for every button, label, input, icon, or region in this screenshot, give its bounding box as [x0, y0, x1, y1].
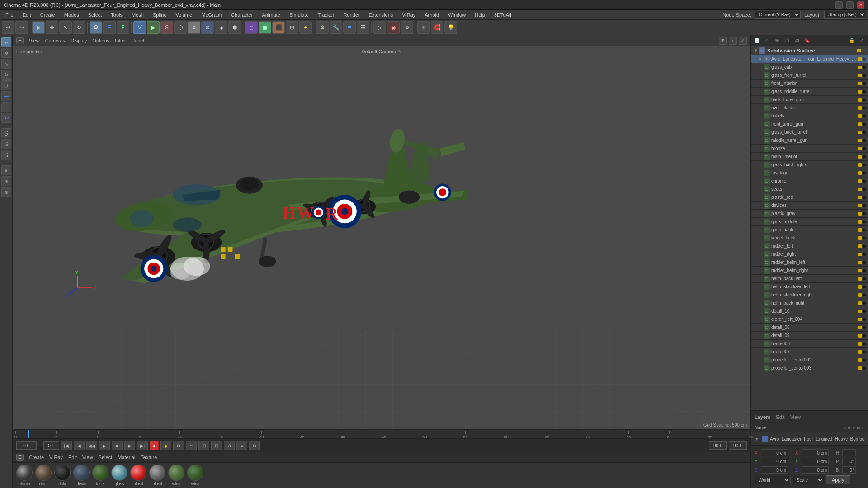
viewport-menu-view[interactable]: View [29, 38, 40, 43]
tree-dot-yellow-2[interactable] [858, 82, 862, 85]
texture-tool[interactable]: S [1, 128, 11, 138]
tree-item-glass-back-turrel[interactable]: ▢ glass_back_turrel [751, 128, 868, 136]
node-space-select[interactable]: Current (V-Ray) [755, 11, 801, 19]
layers-tab-view[interactable]: View [790, 414, 801, 420]
tree-item-propeller-center003[interactable]: ▢ propeller_center003 [751, 364, 868, 372]
live-select-button[interactable]: ▶ [32, 21, 45, 34]
viewport-nav-btn-2[interactable]: ↕ [729, 37, 737, 45]
close-button[interactable]: ✕ [857, 1, 864, 9]
render-preview-button[interactable]: ▷ [373, 21, 386, 34]
viewport-menu-filter[interactable]: Filter [115, 38, 126, 43]
tree-dot-circle-11[interactable] [863, 155, 866, 159]
render-button[interactable]: ◉ [387, 21, 400, 34]
rotate-tool-button[interactable]: ↻ [73, 21, 85, 34]
tree-dot-circle-2[interactable] [863, 82, 866, 85]
group-tool[interactable]: ⊞ [1, 176, 11, 186]
timeline-extra-1[interactable]: ⊞ [198, 441, 209, 450]
tree-dot-circle-8[interactable] [863, 131, 866, 134]
tree-dot-circle-23[interactable] [863, 253, 866, 256]
material-fusel[interactable]: fusel [92, 465, 108, 486]
h-input[interactable] [842, 449, 856, 456]
tree-item-plastic-red[interactable]: ▢ plastic_red [751, 193, 868, 202]
tree-dot-circle-26[interactable] [863, 277, 866, 281]
timeline-extra-5[interactable]: ⊕ [249, 441, 260, 450]
tree-dot-circle-35[interactable] [863, 350, 866, 354]
tree-dot-yellow-7[interactable] [858, 122, 862, 126]
tree-dot-circle-12[interactable] [863, 163, 866, 167]
menu-render[interactable]: Render [340, 11, 363, 19]
timeline-extra-4[interactable]: ≡ [236, 441, 247, 450]
tree-item-middle-turrel-gun[interactable]: ▢ middle_turrel_gun [751, 136, 868, 145]
tree-dot-circle-31[interactable] [863, 318, 866, 321]
tree-dot-circle-3[interactable] [863, 90, 866, 94]
mat-menu-view[interactable]: View [82, 455, 93, 460]
tree-item-guns-back[interactable]: ▢ guns_back [751, 226, 868, 234]
tree-dot-yellow-14[interactable] [858, 179, 862, 183]
material-chrom[interactable]: chrom [16, 465, 33, 486]
layers-row-aircraft[interactable]: ▼ Avro_Lancaster_Four_Engined_Heavy_Bomb… [755, 434, 864, 443]
tree-dot-yellow-17[interactable] [858, 204, 862, 207]
tree-dot-circle-1[interactable] [863, 74, 866, 77]
polygon-tool[interactable]: ⬡ [1, 80, 11, 90]
tree-dot-circle-22[interactable] [863, 244, 866, 248]
vray-icon-5[interactable]: ≡ [188, 21, 200, 34]
menu-tools[interactable]: Tools [107, 11, 126, 19]
menu-vray[interactable]: V-Ray [398, 11, 419, 19]
tree-dot-yellow-23[interactable] [858, 253, 862, 256]
menu-volume[interactable]: Volume [172, 11, 196, 19]
timeline-extra-3[interactable]: ⊘ [224, 441, 235, 450]
menu-mesh[interactable]: Mesh [128, 11, 147, 19]
tool-14[interactable]: ⚙ [316, 21, 329, 34]
menu-spline[interactable]: Spline [149, 11, 170, 19]
tree-item-helm-back-right[interactable]: ▢ helm_back_right [751, 299, 868, 307]
tree-dot-yellow-35[interactable] [858, 350, 862, 354]
tree-dot-circle-32[interactable] [863, 326, 866, 329]
viewport-menu-icon[interactable]: ☰ [16, 37, 24, 44]
tree-dot-circle-34[interactable] [863, 342, 866, 346]
menu-character[interactable]: Character [227, 11, 256, 19]
tree-dot-circle[interactable] [862, 49, 865, 52]
tree-dot-yellow-12[interactable] [858, 163, 862, 167]
tree-dot-yellow-36[interactable] [858, 358, 862, 362]
x-pos-input[interactable]: 0 cm [761, 449, 788, 456]
tree-dot-circle-13[interactable] [863, 171, 866, 175]
menu-arnold[interactable]: Arnold [421, 11, 443, 19]
menu-3dtoall[interactable]: 3DToAll [491, 11, 515, 19]
record-button[interactable]: ● [150, 441, 159, 450]
tree-item-rudder-right[interactable]: ▢ rudder_right [751, 250, 868, 258]
menu-modes[interactable]: Modes [61, 11, 83, 19]
layers-tab-edit[interactable]: Edit [776, 414, 784, 420]
tree-item-back-turrel-gun[interactable]: ▢ back_turrel_gun [751, 96, 868, 104]
tree-item-fuselage[interactable]: ▢ fuselage [751, 169, 868, 177]
menu-create[interactable]: Create [37, 11, 59, 19]
tree-item-glass-middle-turrel[interactable]: ▢ glass_middle_turrel [751, 88, 868, 96]
tree-item-detail-10[interactable]: ▢ detail_10 [751, 307, 868, 315]
tree-dot-yellow-6[interactable] [858, 114, 862, 118]
panel-tab-object[interactable]: ⬡ [783, 36, 792, 45]
menu-tracker[interactable]: Tracker [314, 11, 338, 19]
mat-menu-create[interactable]: Create [29, 455, 44, 460]
tree-dot-circle-19[interactable] [863, 220, 866, 224]
vray-icon-2[interactable]: ▶ [147, 21, 160, 34]
tree-dot-yellow-32[interactable] [858, 326, 862, 329]
y-pos-input[interactable]: 0 cm [761, 458, 788, 465]
panel-search-icon[interactable]: ✓ [857, 36, 866, 45]
viewport-nav-btn-1[interactable]: ⊞ [719, 37, 727, 45]
tree-dot-circle-27[interactable] [863, 285, 866, 289]
panel-tab-edit[interactable]: ✏ [763, 36, 772, 45]
tree-dot-yellow-21[interactable] [858, 236, 862, 240]
material-dakr[interactable]: dakr [54, 465, 71, 486]
tree-dot-circle-16[interactable] [863, 196, 866, 199]
scene-tool[interactable]: S [1, 150, 11, 160]
tree-dot-circle-15[interactable] [863, 188, 866, 191]
goto-end-button[interactable]: ▶| [137, 441, 148, 450]
tree-dot-yellow-26[interactable] [858, 277, 862, 281]
tree-item-glass-front-turrel[interactable]: ▢ glass_front_turrel [751, 71, 868, 80]
viewport-menu-cameras[interactable]: Cameras [45, 38, 66, 43]
keyframe-button[interactable]: ◆ [160, 441, 171, 450]
tree-item-front-turrel-gun[interactable]: ▢ front_turrel_gun [751, 120, 868, 128]
tree-dot-circle-33[interactable] [863, 334, 866, 338]
motion-path-button[interactable]: ~ [186, 441, 197, 450]
vray-icon-3[interactable]: S [160, 21, 173, 34]
scale-tool-button[interactable]: ⤡ [59, 21, 72, 34]
